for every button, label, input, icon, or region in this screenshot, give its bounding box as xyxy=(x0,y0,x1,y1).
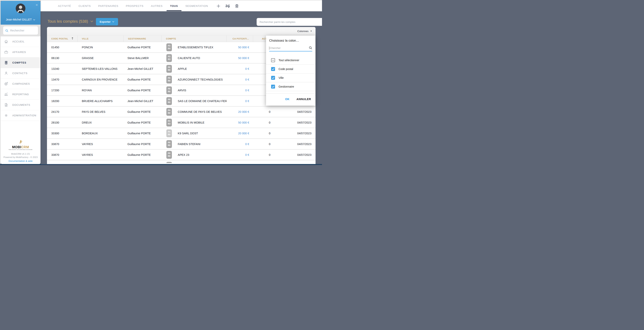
column-option-gestionnaire[interactable]: Gestionnaire xyxy=(266,82,315,91)
score-badge: P0R0 xyxy=(166,86,172,94)
column-option-tout-s-lectionner[interactable]: Tout sélectionner xyxy=(266,56,315,65)
panel-actions: OK ANNULER xyxy=(266,93,315,104)
cell-ville: DREUX xyxy=(78,121,124,124)
sidebar-item-label: ADMINISTRATION xyxy=(12,114,36,117)
sidebar-item-comptes[interactable]: COMPTES xyxy=(0,57,40,68)
column-search-field[interactable]: Chercher xyxy=(269,45,312,51)
columns-label: Colonnes xyxy=(297,30,308,33)
sidebar-item-contacts[interactable]: CONTACTS xyxy=(0,68,40,79)
user-menu[interactable]: Jean-Michel GILLET xyxy=(0,18,40,21)
collapse-sidebar-icon[interactable]: « xyxy=(36,3,38,6)
cell-gestionnaire: Jean-Michel GILLET xyxy=(124,100,162,103)
score-badge: P0R0 xyxy=(166,140,172,148)
tab-clients[interactable]: CLIENTS xyxy=(75,1,94,11)
cell-gestionnaire: Steve BALLMER xyxy=(124,56,162,60)
column-header-5[interactable]: CA POTENTI... xyxy=(227,35,253,42)
table-row[interactable]: 24170PAYS DE BELVESGuillaume PORTEP4R0CO… xyxy=(47,107,316,117)
columns-button[interactable]: Colonnes ▼ xyxy=(297,30,312,33)
logo-text-mobi: MOBI xyxy=(12,145,21,149)
page-title-dropdown[interactable]: Tous les comptes (538) xyxy=(48,19,93,24)
sidebar-item-reporting[interactable]: REPORTING xyxy=(0,89,40,100)
tab-tous[interactable]: TOUS xyxy=(166,1,182,11)
cell-activites: 0 xyxy=(253,153,286,157)
sidebar-item-administration[interactable]: ADMINISTRATION xyxy=(0,110,40,121)
checkbox-checked-icon[interactable] xyxy=(271,67,275,71)
cell-code-postal: 18200 xyxy=(47,100,78,103)
score-badge: P4R0 xyxy=(166,129,172,137)
cell-compte: P0R0FABIEN STEFANI xyxy=(162,140,227,148)
cancel-button[interactable]: ANNULER xyxy=(296,98,311,101)
table-row[interactable]: 33300BORDEAUXGuillaume PORTEP4R0K9 SARL … xyxy=(47,128,316,139)
account-name: ARVIS xyxy=(178,89,186,92)
sidebar-item-affaires[interactable]: AFFAIRES xyxy=(0,47,40,57)
column-option-code-postal[interactable]: Code postal xyxy=(266,65,315,73)
checkbox-checked-icon[interactable] xyxy=(271,76,275,80)
trash-icon[interactable] xyxy=(234,4,239,8)
tab-partenaires[interactable]: PARTENAIRES xyxy=(94,1,122,11)
tab-segmentation[interactable]: SEGMENTATION xyxy=(182,1,212,11)
sidebar-search-input[interactable] xyxy=(10,29,34,32)
account-name: MOBILIS IN MOBILE xyxy=(178,121,204,124)
score-badge: P0R0 xyxy=(166,65,172,73)
cell-ca-potentiel: 50 000 € xyxy=(227,46,253,49)
navbar-actions xyxy=(216,4,239,8)
user-avatar[interactable] xyxy=(16,3,26,13)
cell-ca-potentiel: 0 € xyxy=(227,78,253,81)
sidebar-item-campagnes[interactable]: CAMPAGNES xyxy=(0,79,40,89)
account-name: APPLE xyxy=(178,67,187,70)
cell-date: 04/07/2023 xyxy=(286,121,316,124)
cell-code-postal: 13240 xyxy=(47,67,78,70)
column-header-3[interactable]: GESTIONNAIRE xyxy=(124,35,162,42)
cell-activites: 0 xyxy=(253,143,286,146)
cell-compte: P0R0SAS LE DOMAINE DE CHATEAU FER xyxy=(162,97,227,105)
sidebar-item-documents[interactable]: DOCUMENTS xyxy=(0,100,40,110)
cell-activites: 0 xyxy=(253,121,286,124)
column-header-4[interactable]: COMPTE xyxy=(162,35,227,42)
table-toolbar: Colonnes ▼ xyxy=(47,27,316,35)
column-header-1[interactable]: CODE POSTAL xyxy=(47,35,78,42)
tab-prospects[interactable]: PROSPECTS xyxy=(122,1,147,11)
export-button[interactable]: Exporter xyxy=(96,18,118,25)
sidebar-footer: MOBICRM Faites décoller votre performanc… xyxy=(0,139,40,163)
account-name: SAS LE DOMAINE DE CHATEAU FER xyxy=(178,100,227,103)
accounts-search-box xyxy=(256,18,322,26)
account-name: COMMUNE DE PAYS DE BELVES xyxy=(178,110,222,113)
score-badge: P0R0 xyxy=(166,151,172,159)
column-header-label: COMPTE xyxy=(166,37,176,40)
cell-ville: BORDEAUX xyxy=(78,132,124,135)
app-version: MobiCRM v4.1 r21 xyxy=(0,152,40,156)
documentation-link[interactable]: Documentation & aide xyxy=(0,160,40,163)
column-option-label: Tout sélectionner xyxy=(278,59,299,62)
column-option-label: Ville xyxy=(278,76,284,79)
cell-ville: CARNOUX EN PROVENCE xyxy=(78,78,124,81)
sidebar-item-accueil[interactable]: ACCUEIL xyxy=(0,36,40,47)
table-row[interactable]: 33870VAYRESGuillaume PORTEP0R0FABIEN STE… xyxy=(47,139,316,150)
horizontal-scrollbar[interactable] xyxy=(0,164,322,165)
table-row[interactable]: 33870VAYRESGuillaume PORTEP0R0APEX 230 €… xyxy=(47,150,316,160)
sidebar-item-label: CAMPAGNES xyxy=(12,82,30,85)
cell-activites: 0 xyxy=(253,110,286,113)
column-chooser-panel: Choisissez la colon… Chercher Tout sélec… xyxy=(266,36,315,106)
accounts-search-input[interactable] xyxy=(260,20,318,23)
top-navbar: ACTIVITÉCLIENTSPARTENAIRESPROSPECTSAUTRE… xyxy=(40,1,322,11)
powered-by: Powered by MobiFactory - © 2023 xyxy=(0,156,40,159)
cell-gestionnaire: Guillaume PORTE xyxy=(124,153,162,157)
checkbox-indeterminate-icon[interactable] xyxy=(271,58,275,62)
tab-autres[interactable]: AUTRES xyxy=(147,1,166,11)
manage-users-icon[interactable] xyxy=(225,4,230,8)
add-icon[interactable] xyxy=(216,4,221,8)
sidebar-item-label: CONTACTS xyxy=(12,72,28,75)
ok-button[interactable]: OK xyxy=(285,98,290,101)
target-icon xyxy=(4,82,8,86)
table-row[interactable]: 28100DREUXGuillaume PORTEP3R3MOBILIS IN … xyxy=(47,117,316,128)
tab-activité[interactable]: ACTIVITÉ xyxy=(54,1,75,11)
cell-code-postal: 33870 xyxy=(47,153,78,157)
search-icon xyxy=(5,29,8,32)
checkbox-checked-icon[interactable] xyxy=(271,85,275,89)
cell-gestionnaire: Guillaume PORTE xyxy=(124,78,162,81)
column-search-placeholder: Chercher xyxy=(270,46,281,49)
column-header-2[interactable]: VILLE xyxy=(78,35,124,42)
scrollbar-thumb[interactable] xyxy=(41,164,90,165)
building-icon xyxy=(4,61,8,65)
column-option-ville[interactable]: Ville xyxy=(266,73,315,82)
